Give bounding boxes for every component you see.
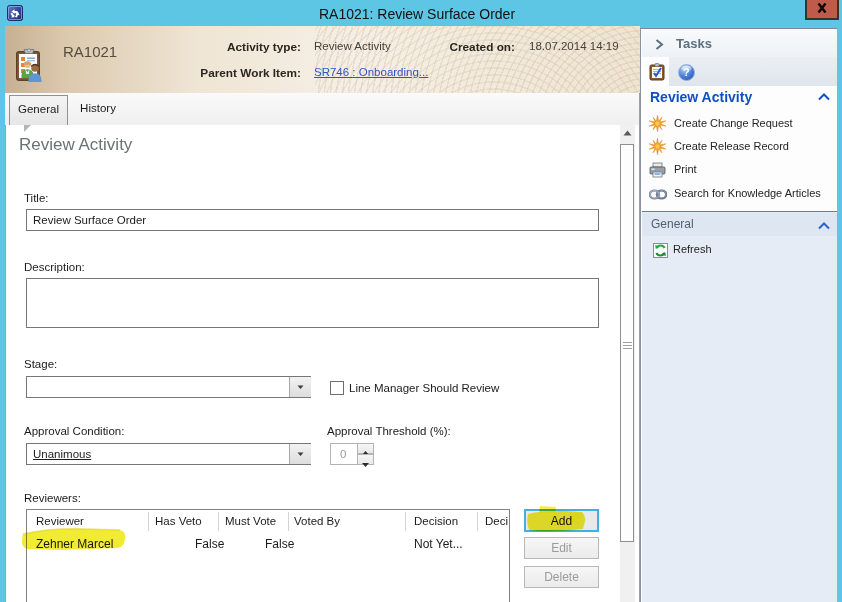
svg-text:?: ? xyxy=(683,66,689,78)
